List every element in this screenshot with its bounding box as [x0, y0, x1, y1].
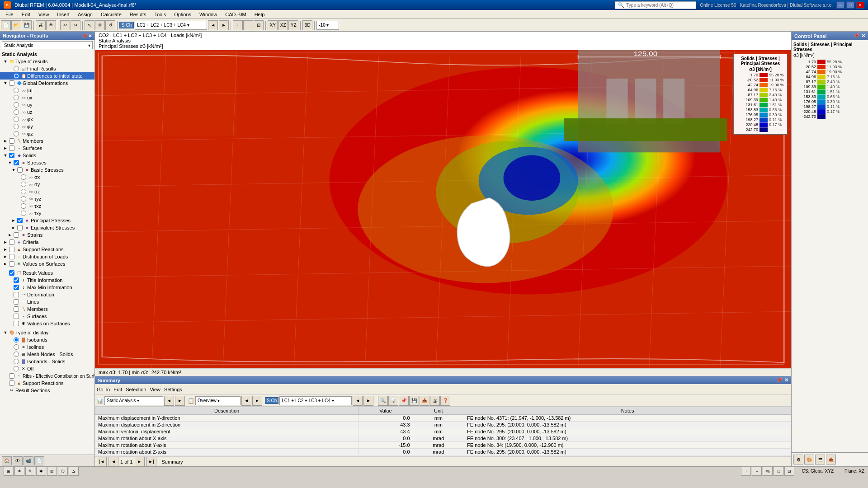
nav-strains[interactable]: ► ■ Strains [0, 231, 94, 239]
nav-tau-xz[interactable]: ○○ τxz [0, 202, 94, 210]
nav-u[interactable]: ○○ |u| [0, 87, 94, 94]
edit-menu[interactable]: Edit [113, 387, 122, 392]
overview-select[interactable]: Overview ▾ [195, 396, 241, 405]
window-controls[interactable]: ─ □ ✕ [836, 1, 864, 9]
view-menu[interactable]: View [150, 387, 160, 392]
global-def-checkbox[interactable] [9, 80, 14, 86]
stresses-checkbox[interactable] [14, 160, 19, 165]
save-button[interactable]: 💾 [22, 20, 32, 30]
table-row[interactable]: Maximum rotation about X-axis 0.0 mrad F… [95, 435, 791, 442]
rotate-button[interactable]: ↺ [105, 20, 115, 30]
cp-btn3[interactable]: ☰ [815, 455, 825, 465]
members-checkbox[interactable] [9, 138, 14, 144]
cp-close-icon[interactable]: ✕ [861, 33, 865, 39]
nav-pin-icon[interactable]: 📌 [82, 33, 87, 38]
ribs-checkbox[interactable] [9, 373, 14, 379]
expand-icon[interactable]: ▼ [3, 59, 8, 64]
nav-final-results[interactable]: 📊 Final Results [0, 65, 94, 72]
equiv-stresses-checkbox[interactable] [17, 225, 23, 230]
sum-tb4[interactable]: 💾 [409, 396, 419, 406]
status-btn7[interactable]: Δ [69, 467, 79, 476]
nav-eye-button[interactable]: 👁 [13, 456, 23, 465]
view-yz-button[interactable]: YZ [288, 20, 298, 30]
solids-checkbox[interactable] [9, 153, 14, 158]
sigma-x-radio[interactable] [21, 174, 26, 180]
final-results-radio[interactable] [14, 66, 19, 71]
tau-xy-radio[interactable] [21, 211, 26, 216]
maximize-button[interactable]: □ [846, 1, 854, 9]
phiy-radio[interactable] [14, 124, 19, 129]
dist-loads-checkbox[interactable] [9, 254, 14, 259]
next-combo-button[interactable]: ► [219, 20, 229, 30]
off-radio[interactable] [14, 366, 19, 371]
deformation-checkbox[interactable] [14, 292, 19, 297]
max-min-checkbox[interactable] [14, 285, 19, 290]
menu-file[interactable]: File [2, 11, 17, 18]
zoom-out-button[interactable]: − [243, 20, 253, 30]
last-page-button[interactable]: ►| [146, 457, 156, 467]
tau-xz-radio[interactable] [21, 203, 26, 209]
sigma-z-radio[interactable] [21, 189, 26, 194]
nav-values-surfaces-2[interactable]: ✱ Values on Surfaces [0, 320, 94, 327]
nav-differences[interactable]: 📋 Differences to initial state [0, 72, 94, 80]
fit-all-button[interactable]: ⊡ [254, 20, 264, 30]
number-dropdown[interactable]: -10 ▾ [316, 21, 339, 30]
analysis-type-dropdown[interactable]: Static Analysis ▾ [2, 41, 93, 49]
nav-values-on-surfaces[interactable]: ► ✱ Values on Surfaces [0, 260, 94, 267]
tau-yz-radio[interactable] [21, 196, 26, 202]
nav-phiy[interactable]: ○○ φy [0, 123, 94, 130]
prev-combo-summary[interactable]: ◄ [353, 396, 363, 406]
menu-insert[interactable]: Insert [53, 11, 73, 18]
val-surf2-checkbox[interactable] [14, 321, 19, 326]
view-xz-button[interactable]: XZ [278, 20, 288, 30]
combination-dropdown[interactable]: LC1 + LC2 + LC3 + LC4 ▾ [135, 21, 207, 30]
surfaces-checkbox[interactable] [9, 145, 14, 151]
menu-calculate[interactable]: Calculate [97, 11, 125, 18]
nav-support-reactions-2[interactable]: ▲ Support Reactions [0, 380, 94, 387]
nav-report-button[interactable]: 📄 [34, 456, 44, 465]
nav-max-min-information[interactable]: ↕ Max Min Information [0, 284, 94, 291]
table-row[interactable]: Maximum displacement in Z-direction 43.3… [95, 422, 791, 428]
sum-tb6[interactable]: 🖨 [430, 396, 440, 406]
goto-menu[interactable]: Go To [97, 387, 110, 392]
nav-mesh-nodes-solids[interactable]: ⊞ Mesh Nodes - Solids [0, 351, 94, 358]
status-btn2[interactable]: 👁 [14, 467, 24, 476]
viewport[interactable]: 125.00 Solids | Stresses | Principal Str… [95, 50, 791, 368]
print-preview-button[interactable]: 👁 [46, 20, 56, 30]
nav-equivalent-stresses[interactable]: ► ■ Equivalent Stresses [0, 224, 94, 231]
navigator-controls[interactable]: 📌 ✕ [82, 33, 92, 38]
select-button[interactable]: ↖ [85, 20, 94, 30]
nav-deformation[interactable]: 〰 Deformation [0, 291, 94, 298]
isobands-radio[interactable] [14, 337, 19, 343]
members2-checkbox[interactable] [14, 306, 19, 312]
nav-type-of-results[interactable]: ▼ 📁 Type of results [0, 58, 94, 65]
nav-off[interactable]: ✕ Off [0, 365, 94, 372]
menu-help[interactable]: Help [251, 11, 269, 18]
print-button[interactable]: 🖨 [36, 20, 46, 30]
nav-ribs[interactable]: ~ Ribs - Effective Contribution on Surfa… [0, 372, 94, 380]
nav-surfaces[interactable]: ► ▪ Surfaces [0, 145, 94, 152]
nav-principal-stresses[interactable]: ► ■ Principal Stresses [0, 217, 94, 224]
uy-radio[interactable] [14, 102, 19, 108]
prev-analysis-button[interactable]: ◄ [164, 396, 174, 406]
nav-tau-yz[interactable]: ○○ τyz [0, 195, 94, 202]
strains-checkbox[interactable] [14, 232, 19, 238]
nav-tau-xy[interactable]: ○○ τxy [0, 210, 94, 217]
result-values-checkbox[interactable] [9, 270, 14, 276]
title-info-checkbox[interactable] [14, 277, 19, 283]
sigma-y-radio[interactable] [21, 182, 26, 187]
nav-phiz[interactable]: ○○ φz [0, 130, 94, 137]
settings-menu[interactable]: Settings [164, 387, 182, 392]
nav-lines[interactable]: ─ Lines [0, 298, 94, 305]
menu-options[interactable]: Options [170, 11, 195, 18]
next-analysis-button[interactable]: ► [175, 396, 185, 406]
basic-stresses-checkbox[interactable] [17, 167, 23, 173]
status-btn6[interactable]: ⬡ [58, 467, 68, 476]
status-btn1[interactable]: ⊞ [4, 467, 14, 476]
menu-tools[interactable]: Tools [151, 11, 170, 18]
phiz-radio[interactable] [14, 131, 19, 136]
differences-radio[interactable] [14, 73, 19, 79]
nav-criteria[interactable]: ► ★ Criteria [0, 239, 94, 246]
sum-tb2[interactable]: 📊 [388, 396, 398, 406]
menu-assign[interactable]: Assign [74, 11, 96, 18]
